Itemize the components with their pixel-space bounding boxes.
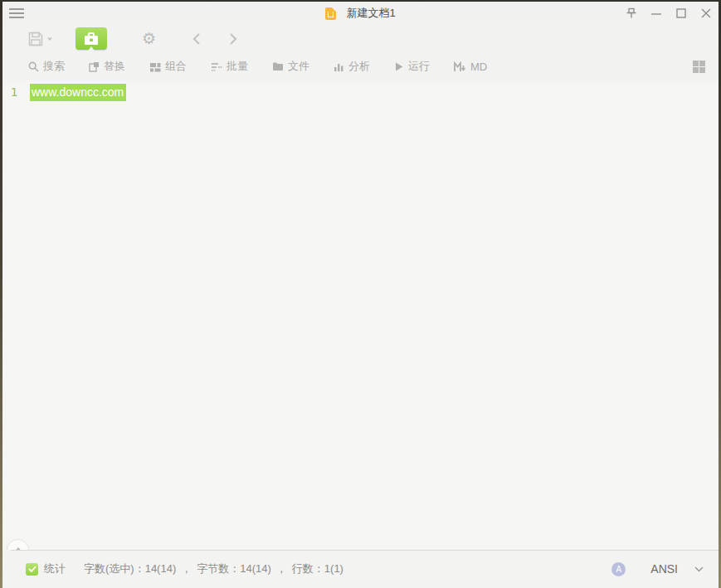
- tool-analyze[interactable]: 分析: [334, 59, 370, 74]
- statusbar-divider: [11, 550, 719, 551]
- word-count: 字数(选中)：14(14): [84, 561, 176, 576]
- analyze-icon: [334, 61, 344, 72]
- tool-markdown[interactable]: MD: [454, 61, 487, 73]
- encoding-badge[interactable]: A: [611, 562, 626, 576]
- scroll-top-button[interactable]: [7, 539, 29, 550]
- editor-line: 1 www.downcc.com: [2, 83, 719, 101]
- encoding-selector[interactable]: ANSI: [650, 562, 678, 576]
- save-button[interactable]: [27, 31, 53, 47]
- tool-group[interactable]: 组合: [149, 59, 187, 74]
- pin-icon[interactable]: [619, 2, 644, 25]
- group-icon: [149, 61, 161, 72]
- selected-text[interactable]: www.downcc.com: [30, 84, 126, 101]
- markdown-icon: [454, 61, 466, 72]
- chevron-right-icon: [227, 32, 239, 46]
- toolbox-icon: [83, 32, 100, 46]
- separator: ，: [181, 561, 192, 576]
- window-controls: [619, 2, 719, 25]
- statusbar: 统计 字数(选中)：14(14) ， 字节数：14(14) ， 行数：1(1) …: [2, 550, 719, 588]
- close-icon[interactable]: [694, 2, 719, 25]
- file-icon: [272, 61, 284, 71]
- chevron-left-icon: [191, 32, 202, 46]
- toolbar-main: ⚙: [2, 25, 719, 52]
- save-dropdown-caret-icon: [46, 36, 53, 42]
- editor-area[interactable]: 1 www.downcc.com: [2, 80, 719, 550]
- workspace-button[interactable]: [76, 27, 107, 50]
- app-window: 新建文档1: [2, 2, 719, 588]
- document-icon: [325, 7, 336, 20]
- stats-checkbox[interactable]: [26, 563, 38, 576]
- batch-icon: [211, 61, 222, 72]
- menu-hamburger-icon[interactable]: [2, 2, 31, 25]
- tool-replace[interactable]: 替换: [89, 59, 125, 74]
- gear-icon: ⚙: [142, 30, 156, 47]
- encoding-group: A ANSI: [611, 562, 704, 576]
- check-icon: [28, 566, 37, 572]
- toolbar-secondary: 搜索 替换 组合 批量 文件: [2, 52, 719, 80]
- title-group: 新建文档1: [2, 2, 719, 25]
- tool-batch[interactable]: 批量: [211, 59, 248, 74]
- settings-button[interactable]: ⚙: [142, 31, 156, 46]
- minimize-icon[interactable]: [644, 2, 669, 25]
- line-number: 1: [2, 85, 26, 99]
- replace-icon: [89, 61, 100, 72]
- titlebar: 新建文档1: [2, 2, 719, 25]
- back-button[interactable]: [191, 32, 202, 46]
- separator: ，: [276, 561, 287, 576]
- stats-values: 字数(选中)：14(14) ， 字节数：14(14) ， 行数：1(1): [84, 561, 343, 576]
- maximize-icon[interactable]: [669, 2, 694, 25]
- window-title: 新建文档1: [346, 6, 395, 21]
- save-icon: [27, 31, 44, 47]
- run-icon: [394, 61, 404, 72]
- tool-search[interactable]: 搜索: [28, 59, 65, 74]
- line-count: 行数：1(1): [292, 561, 343, 576]
- forward-button[interactable]: [227, 32, 239, 46]
- byte-count: 字节数：14(14): [197, 561, 271, 576]
- tool-file[interactable]: 文件: [272, 59, 309, 74]
- tool-run[interactable]: 运行: [394, 59, 430, 74]
- chevron-down-icon[interactable]: [694, 566, 704, 572]
- chevron-up-icon: [13, 547, 23, 551]
- layout-grid-icon[interactable]: [693, 61, 705, 73]
- stats-label: 统计: [44, 561, 66, 576]
- search-icon: [28, 61, 39, 72]
